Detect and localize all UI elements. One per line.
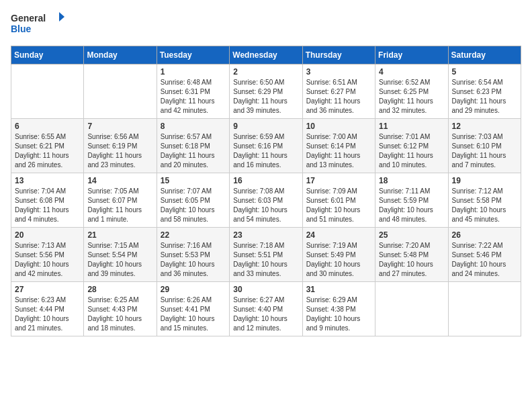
weekday-header-tuesday: Tuesday	[157, 46, 229, 64]
day-number: 7	[87, 122, 152, 131]
calendar-cell: 9Sunrise: 6:59 AM Sunset: 6:16 PM Daylig…	[230, 119, 302, 173]
day-info: Sunrise: 7:19 AM Sunset: 5:49 PM Dayligh…	[306, 241, 371, 279]
calendar-cell: 8Sunrise: 6:57 AM Sunset: 6:18 PM Daylig…	[157, 119, 229, 173]
weekday-header-wednesday: Wednesday	[230, 46, 302, 64]
day-info: Sunrise: 6:56 AM Sunset: 6:19 PM Dayligh…	[87, 132, 152, 170]
calendar-week-row: 20Sunrise: 7:13 AM Sunset: 5:56 PM Dayli…	[11, 228, 521, 282]
calendar-week-row: 27Sunrise: 6:23 AM Sunset: 4:44 PM Dayli…	[11, 282, 521, 336]
day-number: 28	[87, 285, 152, 294]
calendar-cell: 1Sunrise: 6:48 AM Sunset: 6:31 PM Daylig…	[157, 64, 229, 119]
day-info: Sunrise: 7:22 AM Sunset: 5:46 PM Dayligh…	[452, 241, 517, 279]
calendar-cell	[84, 64, 157, 119]
day-info: Sunrise: 7:13 AM Sunset: 5:56 PM Dayligh…	[15, 241, 80, 279]
calendar-cell: 27Sunrise: 6:23 AM Sunset: 4:44 PM Dayli…	[11, 282, 84, 336]
calendar-week-row: 6Sunrise: 6:55 AM Sunset: 6:21 PM Daylig…	[11, 119, 521, 173]
day-info: Sunrise: 7:00 AM Sunset: 6:14 PM Dayligh…	[306, 132, 371, 170]
logo: General Blue	[11, 11, 71, 38]
day-info: Sunrise: 7:07 AM Sunset: 6:05 PM Dayligh…	[161, 187, 226, 224]
calendar-cell: 29Sunrise: 6:26 AM Sunset: 4:41 PM Dayli…	[157, 282, 229, 336]
calendar-header-row: SundayMondayTuesdayWednesdayThursdayFrid…	[11, 46, 521, 64]
day-number: 26	[452, 230, 517, 240]
day-number: 30	[233, 285, 298, 294]
day-number: 22	[161, 230, 226, 240]
svg-text:General: General	[11, 13, 46, 24]
calendar-cell	[448, 282, 521, 336]
day-info: Sunrise: 7:05 AM Sunset: 6:07 PM Dayligh…	[87, 187, 152, 224]
calendar-cell: 26Sunrise: 7:22 AM Sunset: 5:46 PM Dayli…	[448, 228, 521, 282]
calendar-cell: 24Sunrise: 7:19 AM Sunset: 5:49 PM Dayli…	[302, 228, 375, 282]
calendar-week-row: 13Sunrise: 7:04 AM Sunset: 6:08 PM Dayli…	[11, 173, 521, 228]
day-info: Sunrise: 7:12 AM Sunset: 5:58 PM Dayligh…	[452, 187, 517, 224]
calendar-cell	[11, 64, 84, 119]
calendar-cell: 5Sunrise: 6:54 AM Sunset: 6:23 PM Daylig…	[448, 64, 521, 119]
calendar-cell: 23Sunrise: 7:18 AM Sunset: 5:51 PM Dayli…	[230, 228, 302, 282]
day-number: 2	[233, 67, 298, 77]
calendar-cell: 16Sunrise: 7:08 AM Sunset: 6:03 PM Dayli…	[230, 173, 302, 228]
day-number: 27	[15, 285, 80, 294]
day-number: 1	[161, 67, 226, 77]
day-info: Sunrise: 6:27 AM Sunset: 4:40 PM Dayligh…	[233, 295, 298, 333]
day-number: 13	[15, 176, 80, 185]
day-number: 11	[379, 122, 444, 131]
day-info: Sunrise: 7:04 AM Sunset: 6:08 PM Dayligh…	[15, 187, 80, 224]
day-number: 14	[87, 176, 152, 185]
calendar-cell: 13Sunrise: 7:04 AM Sunset: 6:08 PM Dayli…	[11, 173, 84, 228]
day-info: Sunrise: 6:55 AM Sunset: 6:21 PM Dayligh…	[15, 132, 80, 170]
day-number: 12	[452, 122, 517, 131]
day-info: Sunrise: 6:59 AM Sunset: 6:16 PM Dayligh…	[233, 132, 298, 170]
calendar-cell: 7Sunrise: 6:56 AM Sunset: 6:19 PM Daylig…	[84, 119, 157, 173]
day-number: 5	[452, 67, 517, 77]
calendar-cell: 6Sunrise: 6:55 AM Sunset: 6:21 PM Daylig…	[11, 119, 84, 173]
day-info: Sunrise: 7:16 AM Sunset: 5:53 PM Dayligh…	[161, 241, 226, 279]
day-number: 23	[233, 230, 298, 240]
weekday-header-friday: Friday	[375, 46, 448, 64]
day-number: 8	[161, 122, 226, 131]
day-number: 15	[161, 176, 226, 185]
calendar-cell: 10Sunrise: 7:00 AM Sunset: 6:14 PM Dayli…	[302, 119, 375, 173]
day-info: Sunrise: 7:20 AM Sunset: 5:48 PM Dayligh…	[379, 241, 444, 279]
svg-marker-1	[59, 12, 64, 21]
calendar-cell: 4Sunrise: 6:52 AM Sunset: 6:25 PM Daylig…	[375, 64, 448, 119]
calendar-cell: 15Sunrise: 7:07 AM Sunset: 6:05 PM Dayli…	[157, 173, 229, 228]
day-info: Sunrise: 7:01 AM Sunset: 6:12 PM Dayligh…	[379, 132, 444, 170]
day-info: Sunrise: 7:15 AM Sunset: 5:54 PM Dayligh…	[87, 241, 152, 279]
calendar-cell: 20Sunrise: 7:13 AM Sunset: 5:56 PM Dayli…	[11, 228, 84, 282]
day-number: 18	[379, 176, 444, 185]
day-info: Sunrise: 6:26 AM Sunset: 4:41 PM Dayligh…	[161, 295, 226, 333]
calendar-cell: 21Sunrise: 7:15 AM Sunset: 5:54 PM Dayli…	[84, 228, 157, 282]
calendar-week-row: 1Sunrise: 6:48 AM Sunset: 6:31 PM Daylig…	[11, 64, 521, 119]
day-number: 24	[306, 230, 371, 240]
day-info: Sunrise: 6:54 AM Sunset: 6:23 PM Dayligh…	[452, 78, 517, 116]
day-number: 25	[379, 230, 444, 240]
calendar-cell: 22Sunrise: 7:16 AM Sunset: 5:53 PM Dayli…	[157, 228, 229, 282]
day-number: 16	[233, 176, 298, 185]
day-number: 6	[15, 122, 80, 131]
day-number: 17	[306, 176, 371, 185]
day-number: 21	[87, 230, 152, 240]
day-info: Sunrise: 6:52 AM Sunset: 6:25 PM Dayligh…	[379, 78, 444, 116]
calendar-cell: 12Sunrise: 7:03 AM Sunset: 6:10 PM Dayli…	[448, 119, 521, 173]
calendar-cell: 30Sunrise: 6:27 AM Sunset: 4:40 PM Dayli…	[230, 282, 302, 336]
day-info: Sunrise: 7:11 AM Sunset: 5:59 PM Dayligh…	[379, 187, 444, 224]
calendar-cell: 11Sunrise: 7:01 AM Sunset: 6:12 PM Dayli…	[375, 119, 448, 173]
logo-svg: General Blue	[11, 11, 71, 38]
day-info: Sunrise: 6:48 AM Sunset: 6:31 PM Dayligh…	[161, 78, 226, 116]
calendar-cell: 3Sunrise: 6:51 AM Sunset: 6:27 PM Daylig…	[302, 64, 375, 119]
calendar-cell	[375, 282, 448, 336]
day-number: 29	[161, 285, 226, 294]
day-info: Sunrise: 6:51 AM Sunset: 6:27 PM Dayligh…	[306, 78, 371, 116]
calendar-cell: 14Sunrise: 7:05 AM Sunset: 6:07 PM Dayli…	[84, 173, 157, 228]
day-info: Sunrise: 7:03 AM Sunset: 6:10 PM Dayligh…	[452, 132, 517, 170]
weekday-header-monday: Monday	[84, 46, 157, 64]
day-info: Sunrise: 7:08 AM Sunset: 6:03 PM Dayligh…	[233, 187, 298, 224]
day-number: 19	[452, 176, 517, 185]
day-number: 9	[233, 122, 298, 131]
day-number: 4	[379, 67, 444, 77]
calendar-cell: 19Sunrise: 7:12 AM Sunset: 5:58 PM Dayli…	[448, 173, 521, 228]
calendar-cell: 17Sunrise: 7:09 AM Sunset: 6:01 PM Dayli…	[302, 173, 375, 228]
calendar-table: SundayMondayTuesdayWednesdayThursdayFrid…	[11, 46, 521, 336]
calendar-cell: 2Sunrise: 6:50 AM Sunset: 6:29 PM Daylig…	[230, 64, 302, 119]
day-info: Sunrise: 6:29 AM Sunset: 4:38 PM Dayligh…	[306, 295, 371, 333]
day-info: Sunrise: 6:50 AM Sunset: 6:29 PM Dayligh…	[233, 78, 298, 116]
day-info: Sunrise: 6:23 AM Sunset: 4:44 PM Dayligh…	[15, 295, 80, 333]
